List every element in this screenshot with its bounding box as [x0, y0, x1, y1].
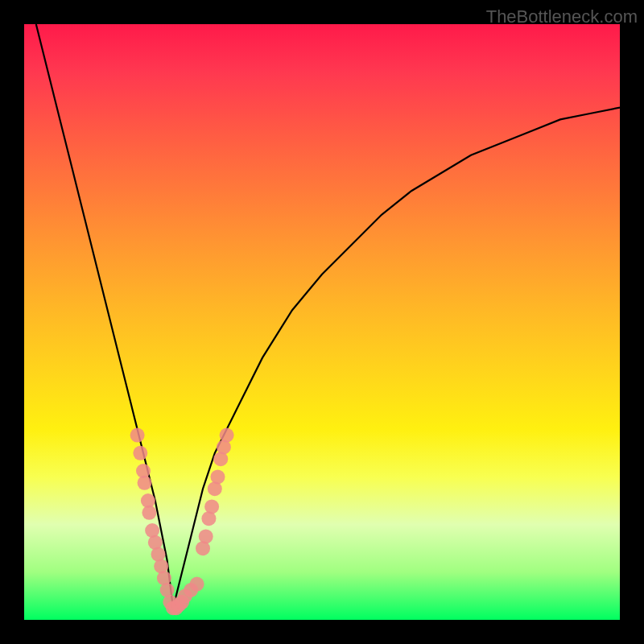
svg-point-21	[199, 529, 213, 543]
svg-point-3	[138, 476, 152, 490]
svg-point-5	[142, 506, 156, 520]
data-markers	[130, 428, 234, 616]
bottleneck-curve	[36, 24, 620, 608]
svg-point-23	[204, 499, 219, 514]
svg-point-28	[220, 428, 234, 443]
watermark-label: TheBottleneck.com	[486, 6, 638, 27]
svg-point-25	[211, 469, 225, 484]
svg-point-19	[190, 577, 204, 592]
svg-point-0	[130, 428, 145, 443]
chart-svg	[24, 24, 620, 620]
svg-point-1	[133, 446, 147, 460]
chart-plot-area	[24, 24, 620, 620]
